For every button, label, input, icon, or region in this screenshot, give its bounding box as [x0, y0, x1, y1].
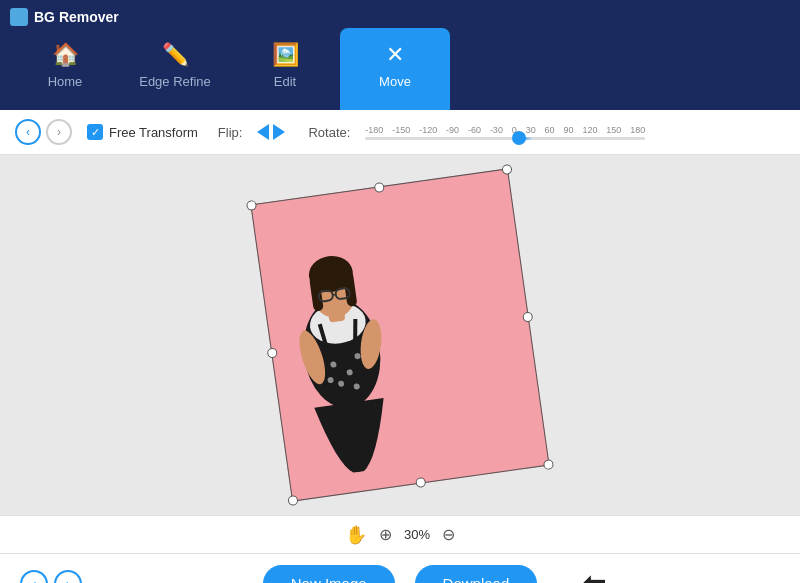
flip-horizontal-button[interactable] [257, 124, 269, 140]
app-title: BG Remover [34, 9, 119, 25]
footer-next-icon: › [66, 576, 71, 584]
free-transform-checkbox[interactable]: ✓ [87, 124, 103, 140]
tab-edge-refine[interactable]: ✏️ Edge Refine [120, 28, 230, 110]
nav-tabs: 🏠 Home ✏️ Edge Refine 🖼️ Edit ✕ Move [10, 0, 790, 110]
back-icon: ‹ [26, 125, 30, 139]
logo-icon [10, 8, 28, 26]
new-image-button[interactable]: New Image [263, 565, 395, 583]
free-transform-option[interactable]: ✓ Free Transform [87, 124, 198, 140]
zoom-in-icon[interactable]: ⊕ [379, 525, 392, 544]
zoom-bar: ✋ ⊕ 30% ⊖ [0, 515, 800, 553]
tab-edit-label: Edit [274, 74, 296, 89]
footer-nav: ‹ › [20, 570, 82, 584]
flip-arrows [257, 124, 285, 140]
rotate-scale-labels: -180 -150 -120 -90 -60 -30 0 30 60 90 12… [365, 125, 645, 135]
flip-vertical-button[interactable] [273, 124, 285, 140]
tab-move[interactable]: ✕ Move [340, 28, 450, 110]
flip-label: Flip: [218, 125, 243, 140]
footer-prev-icon: ‹ [32, 576, 37, 584]
arrow-hint-icon: ⬅ [582, 567, 605, 583]
footer-prev-button[interactable]: ‹ [20, 570, 48, 584]
canvas-area [0, 155, 800, 515]
person-image [250, 185, 428, 482]
footer: ‹ › New Image Download ⬅ [0, 553, 800, 583]
rotate-label: Rotate: [308, 125, 350, 140]
nav-bar: BG Remover 🏠 Home ✏️ Edge Refine 🖼️ Edit… [0, 0, 800, 110]
toolbar: ‹ › ✓ Free Transform Flip: Rotate: -180 … [0, 110, 800, 155]
edge-refine-icon: ✏️ [162, 42, 189, 68]
app-logo: BG Remover [10, 8, 119, 26]
back-button[interactable]: ‹ [15, 119, 41, 145]
download-button[interactable]: Download [415, 565, 538, 583]
footer-next-button[interactable]: › [54, 570, 82, 584]
hand-tool-icon[interactable]: ✋ [345, 524, 367, 546]
transform-container[interactable] [250, 168, 549, 501]
zoom-percentage: 30% [404, 527, 430, 542]
rotate-slider-track[interactable] [365, 137, 645, 140]
tab-edge-refine-label: Edge Refine [139, 74, 211, 89]
forward-icon: › [57, 125, 61, 139]
tab-home-label: Home [48, 74, 83, 89]
rotate-slider-thumb[interactable] [512, 131, 526, 145]
edit-icon: 🖼️ [272, 42, 299, 68]
tab-move-label: Move [379, 74, 411, 89]
toolbar-nav: ‹ › [15, 119, 72, 145]
arrow-hint: ⬅ [582, 567, 605, 583]
tab-edit[interactable]: 🖼️ Edit [230, 28, 340, 110]
image-content [250, 168, 549, 501]
tab-home[interactable]: 🏠 Home [10, 28, 120, 110]
home-icon: 🏠 [52, 42, 79, 68]
free-transform-label: Free Transform [109, 125, 198, 140]
move-icon: ✕ [386, 42, 404, 68]
forward-button[interactable]: › [46, 119, 72, 145]
zoom-out-icon[interactable]: ⊖ [442, 525, 455, 544]
